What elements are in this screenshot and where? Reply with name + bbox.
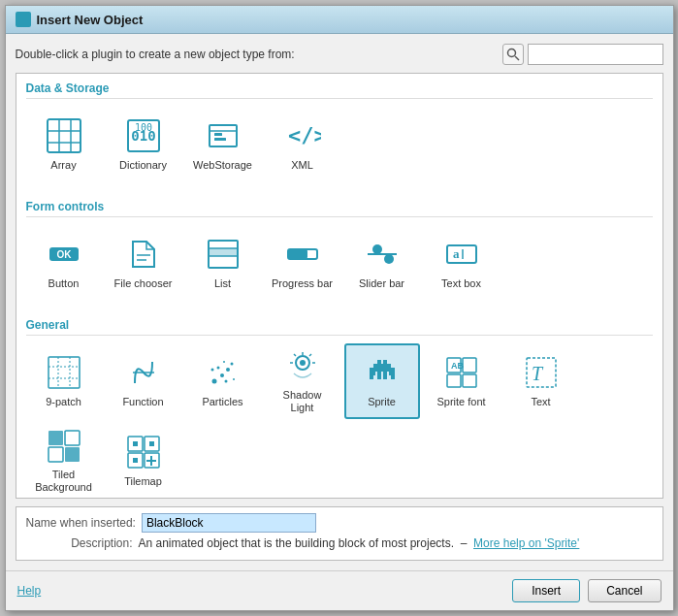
plugin-item-function[interactable]: Function	[106, 343, 181, 419]
dialog-icon	[16, 12, 31, 27]
data-storage-grid: Array 010 100 Dictionary	[26, 107, 653, 182]
plugin-item-array[interactable]: Array	[26, 107, 102, 182]
svg-rect-65	[463, 358, 476, 373]
svg-rect-55	[370, 368, 395, 372]
svg-point-26	[372, 244, 382, 254]
9-patch-label: 9-patch	[46, 396, 81, 408]
plugin-item-progress-bar[interactable]: Progress bar	[265, 225, 340, 301]
svg-rect-2	[48, 119, 81, 152]
plugin-item-shadow-light[interactable]: Shadow Light	[265, 343, 340, 419]
plugin-item-9-patch[interactable]: 9-patch	[26, 343, 102, 419]
svg-point-0	[507, 49, 515, 57]
svg-rect-22	[209, 248, 238, 256]
svg-rect-60	[370, 375, 373, 379]
sprite-label: Sprite	[368, 396, 396, 408]
plugin-item-tilemap[interactable]: Tilemap	[106, 423, 181, 499]
plugin-item-text-box[interactable]: a Text box	[424, 225, 500, 301]
section-form-controls-header: Form controls	[26, 200, 653, 217]
svg-text:T: T	[532, 363, 544, 384]
svg-rect-10	[210, 125, 237, 146]
svg-point-27	[384, 254, 394, 264]
search-button[interactable]	[502, 44, 524, 65]
svg-point-41	[224, 380, 227, 383]
section-form-controls: Form controls OK Button	[16, 192, 662, 310]
plugin-item-list[interactable]: List	[185, 225, 261, 301]
section-data-storage-header: Data & Storage	[26, 81, 653, 99]
dialog-footer: Help Insert Cancel	[6, 570, 673, 610]
plugin-item-xml[interactable]: </> XML	[265, 107, 340, 182]
description-row: Description: An animated object that is …	[26, 536, 653, 550]
plugin-item-text[interactable]: T Text	[503, 343, 579, 419]
tilemap-label: Tilemap	[124, 475, 162, 488]
file-chooser-icon	[124, 235, 163, 274]
tiled-background-icon	[45, 428, 83, 465]
text-icon: T	[522, 353, 561, 392]
more-help-link[interactable]: More help on 'Sprite'	[473, 536, 579, 550]
search-area	[502, 44, 663, 65]
dictionary-icon: 010 100	[124, 116, 163, 155]
svg-point-44	[223, 361, 225, 363]
9-patch-icon	[45, 353, 83, 392]
insert-button[interactable]: Insert	[512, 579, 580, 602]
dialog-title: Insert New Object	[37, 13, 144, 27]
array-icon	[45, 116, 83, 155]
plugin-item-tiled-background[interactable]: Tiled Background	[26, 423, 102, 499]
list-icon	[204, 235, 242, 274]
svg-text:a: a	[453, 246, 460, 261]
svg-rect-72	[65, 431, 80, 445]
svg-rect-24	[288, 249, 307, 259]
tiled-background-label: Tiled Background	[32, 469, 96, 494]
svg-rect-58	[383, 372, 387, 375]
webstorage-icon	[204, 116, 242, 155]
svg-point-43	[210, 369, 213, 372]
sprite-icon	[363, 353, 402, 392]
svg-rect-61	[377, 375, 381, 379]
text-box-label: Text box	[441, 277, 481, 290]
particles-icon	[204, 353, 242, 392]
plugin-item-button[interactable]: OK Button	[26, 225, 102, 301]
xml-label: XML	[291, 159, 313, 172]
svg-text:</>: </>	[288, 123, 321, 147]
title-bar: Insert New Object	[6, 6, 673, 34]
svg-rect-52	[377, 360, 381, 364]
plugin-item-dictionary[interactable]: 010 100 Dictionary	[106, 107, 181, 182]
svg-point-42	[233, 378, 235, 380]
shadow-light-label: Shadow Light	[271, 389, 335, 414]
svg-rect-74	[65, 447, 80, 462]
section-general-header: General	[26, 318, 653, 336]
list-label: List	[214, 277, 231, 290]
array-label: Array	[50, 159, 76, 172]
help-link[interactable]: Help	[17, 584, 42, 598]
plugin-item-sprite-font[interactable]: AB Sprite font	[424, 343, 500, 419]
button-label: Button	[48, 277, 80, 290]
svg-rect-53	[383, 360, 387, 364]
description-text: An animated object that is the building …	[139, 536, 580, 550]
svg-point-40	[230, 363, 233, 366]
svg-point-36	[211, 379, 216, 384]
search-input[interactable]	[528, 44, 663, 65]
plugin-item-webstorage[interactable]: WebStorage	[185, 107, 261, 182]
search-icon	[506, 48, 520, 61]
form-controls-grid: OK Button	[26, 225, 653, 301]
plugin-item-file-chooser[interactable]: File chooser	[106, 225, 181, 301]
file-chooser-label: File chooser	[114, 277, 173, 290]
progress-bar-icon	[283, 235, 322, 274]
insert-new-object-dialog: Insert New Object Double-click a plugin …	[5, 5, 674, 611]
plugin-item-sprite[interactable]: Sprite	[344, 343, 420, 419]
svg-rect-67	[463, 374, 476, 387]
dictionary-label: Dictionary	[119, 159, 167, 172]
svg-rect-12	[214, 133, 222, 136]
sprite-font-icon: AB	[442, 353, 481, 392]
plugin-item-particles[interactable]: Particles	[185, 343, 261, 419]
svg-rect-62	[383, 375, 387, 379]
svg-point-38	[216, 367, 219, 370]
plugin-list[interactable]: Data & Storage	[16, 73, 663, 499]
slider-bar-label: Slider bar	[359, 277, 404, 290]
cancel-button[interactable]: Cancel	[588, 579, 661, 602]
name-input[interactable]	[142, 513, 316, 533]
svg-line-1	[515, 56, 519, 60]
button-icon: OK	[45, 235, 83, 274]
svg-rect-57	[377, 372, 381, 375]
xml-icon: </>	[283, 116, 322, 155]
plugin-item-slider-bar[interactable]: Slider bar	[344, 225, 420, 301]
